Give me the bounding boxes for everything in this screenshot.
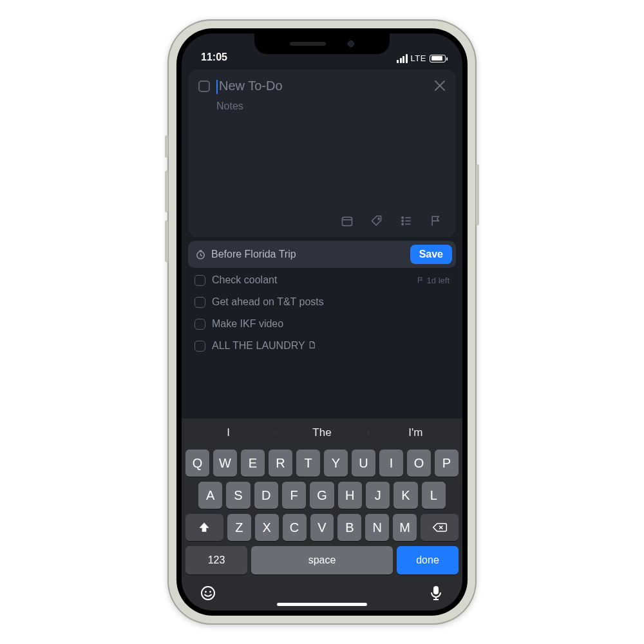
- todo-item[interactable]: Get ahead on T&T posts: [191, 296, 453, 308]
- new-todo-title-input[interactable]: New To-Do: [216, 79, 446, 94]
- notch: [254, 33, 390, 54]
- key-a[interactable]: A: [198, 482, 222, 509]
- deadline-icon: [194, 249, 206, 260]
- key-x[interactable]: X: [255, 514, 279, 541]
- key-i[interactable]: I: [379, 450, 403, 477]
- todo-text: Make IKF video: [212, 318, 450, 330]
- new-todo-notes-placeholder: Notes: [216, 100, 243, 111]
- text-cursor: [216, 80, 218, 94]
- key-p[interactable]: P: [435, 450, 459, 477]
- svg-point-2: [402, 217, 404, 219]
- front-camera: [348, 41, 354, 47]
- keyboard-suggestion[interactable]: I: [182, 426, 275, 439]
- home-indicator[interactable]: [277, 603, 367, 606]
- screen: 11:05 LTE New To-Do: [182, 33, 462, 611]
- todo-item[interactable]: Make IKF video: [191, 318, 453, 330]
- key-c[interactable]: C: [283, 514, 307, 541]
- new-todo-notes-input[interactable]: Notes: [216, 100, 446, 112]
- network-label: LTE: [411, 53, 426, 63]
- key-n[interactable]: N: [365, 514, 389, 541]
- numbers-key[interactable]: 123: [185, 546, 247, 574]
- list-assignment-bar[interactable]: Before Florida Trip Save: [188, 241, 456, 268]
- todo-checkbox[interactable]: [194, 319, 205, 330]
- new-todo-card: New To-Do Notes: [188, 70, 456, 237]
- key-d[interactable]: D: [254, 482, 278, 509]
- key-l[interactable]: L: [422, 482, 446, 509]
- svg-point-6: [202, 587, 214, 600]
- key-z[interactable]: Z: [227, 514, 251, 541]
- keyboard-suggestions: ITheI'm: [182, 419, 462, 447]
- key-e[interactable]: E: [241, 450, 265, 477]
- todo-checkbox[interactable]: [194, 297, 205, 308]
- todo-checkbox[interactable]: [194, 341, 205, 352]
- key-y[interactable]: Y: [324, 450, 348, 477]
- backspace-key[interactable]: [421, 514, 459, 541]
- new-todo-title-placeholder: New To-Do: [219, 79, 283, 93]
- card-toolbar: [198, 209, 446, 232]
- svg-point-7: [205, 591, 207, 593]
- todo-meta: 1d left: [417, 276, 450, 285]
- todo-text: Get ahead on T&T posts: [212, 296, 450, 308]
- calendar-icon[interactable]: [340, 214, 354, 228]
- key-w[interactable]: W: [213, 450, 237, 477]
- todo-text: ALL THE LAUNDRY: [212, 340, 450, 352]
- key-h[interactable]: H: [338, 482, 362, 509]
- mute-switch: [165, 135, 168, 158]
- keyboard: ITheI'm QWERTYUIOP ASDFGHJKL ZXCVBNM 123…: [182, 419, 462, 611]
- svg-point-3: [402, 220, 404, 222]
- note-indicator-icon: [308, 341, 316, 349]
- key-m[interactable]: M: [393, 514, 417, 541]
- tag-icon[interactable]: [370, 214, 384, 228]
- key-r[interactable]: R: [269, 450, 292, 477]
- dictation-key[interactable]: [428, 585, 444, 601]
- key-j[interactable]: J: [366, 482, 390, 509]
- checklist-icon[interactable]: [399, 214, 413, 228]
- svg-point-8: [209, 591, 211, 593]
- volume-up-button: [165, 171, 168, 213]
- key-v[interactable]: V: [310, 514, 334, 541]
- todo-text: Check coolant: [212, 274, 410, 286]
- status-time: 11:05: [201, 52, 227, 63]
- signal-bars-icon: [397, 54, 408, 63]
- space-key[interactable]: space: [251, 546, 393, 574]
- svg-rect-0: [343, 217, 352, 225]
- todos-list: Check coolant 1d leftGet ahead on T&T po…: [188, 268, 456, 352]
- key-o[interactable]: O: [407, 450, 431, 477]
- key-g[interactable]: G: [310, 482, 334, 509]
- todo-checkbox[interactable]: [194, 275, 205, 286]
- emoji-key[interactable]: [200, 585, 216, 601]
- power-button: [476, 164, 479, 225]
- flag-icon[interactable]: [429, 214, 443, 228]
- key-u[interactable]: U: [352, 450, 375, 477]
- key-s[interactable]: S: [226, 482, 250, 509]
- key-f[interactable]: F: [282, 482, 306, 509]
- svg-point-1: [378, 218, 380, 220]
- new-todo-checkbox[interactable]: [198, 80, 210, 92]
- todo-item[interactable]: ALL THE LAUNDRY: [191, 340, 453, 352]
- battery-icon: [430, 55, 446, 62]
- key-b[interactable]: B: [337, 514, 361, 541]
- keyboard-suggestion[interactable]: The: [275, 426, 368, 439]
- phone-frame: 11:05 LTE New To-Do: [167, 19, 477, 625]
- save-button[interactable]: Save: [410, 245, 452, 264]
- todo-item[interactable]: Check coolant 1d left: [191, 274, 453, 286]
- shift-key[interactable]: [185, 514, 223, 541]
- list-name-label: Before Florida Trip: [211, 249, 405, 260]
- done-key[interactable]: done: [397, 546, 459, 574]
- key-t[interactable]: T: [296, 450, 320, 477]
- key-q[interactable]: Q: [185, 450, 209, 477]
- speaker: [290, 42, 326, 46]
- volume-down-button: [165, 220, 168, 262]
- key-k[interactable]: K: [393, 482, 417, 509]
- svg-point-4: [402, 223, 404, 225]
- keyboard-suggestion[interactable]: I'm: [369, 426, 462, 439]
- svg-rect-9: [433, 586, 439, 594]
